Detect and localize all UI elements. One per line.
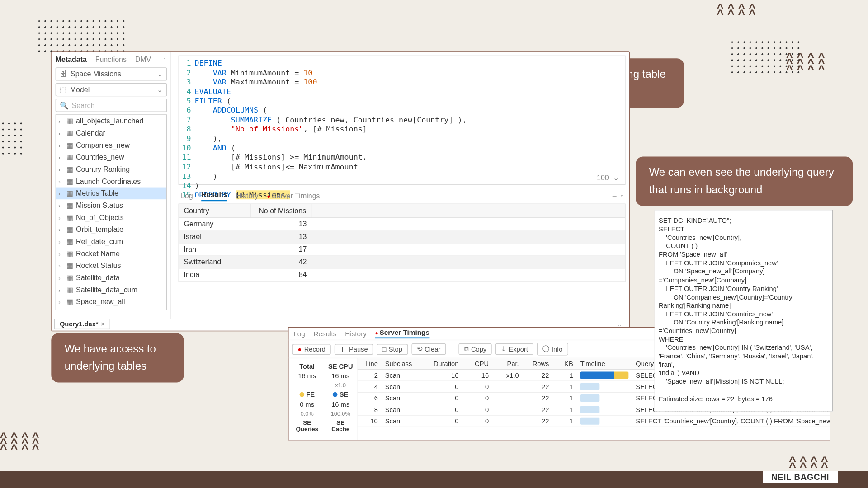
column-header[interactable]: Par.	[492, 358, 523, 369]
tree-item[interactable]: ›▦Rocket Status	[56, 260, 166, 272]
pane-options-icon[interactable]: – ▫	[156, 56, 166, 63]
tab-history[interactable]: History	[236, 192, 259, 200]
database-icon: 🗄	[60, 70, 67, 79]
pause-button[interactable]: ⏸Pause	[335, 343, 373, 354]
stop-button[interactable]: □Stop	[377, 343, 408, 354]
results-grid: Country No of Missions Germany13Israel13…	[179, 204, 626, 282]
pause-icon: ⏸	[340, 345, 347, 352]
copy-icon: ⧉	[464, 345, 469, 353]
info-icon: ⓘ	[542, 344, 549, 353]
tab-server-timings[interactable]: ●Server Timings	[267, 192, 320, 200]
search-placeholder: Search	[72, 101, 95, 110]
table-row[interactable]: India84	[179, 269, 625, 282]
row-limit-dropdown[interactable]: 100 ⌄	[597, 174, 619, 182]
tree-item[interactable]: ›▦Satellite_data	[56, 272, 166, 284]
close-icon[interactable]: ×	[101, 320, 105, 328]
export-button[interactable]: ⤓Export	[495, 343, 533, 355]
table-row[interactable]: Israel13	[179, 231, 625, 244]
tree-item[interactable]: ›▦Rocket Name	[56, 248, 166, 260]
decor-chevrons: ^^^^^^^^^^^^	[786, 54, 829, 72]
database-name: Space Missions	[71, 70, 121, 79]
tab-results[interactable]: Results	[313, 330, 336, 337]
table-row[interactable]: Switzerland42	[179, 256, 625, 269]
decor-chevrons: ^^^^^^^^	[717, 5, 759, 17]
tree-item[interactable]: ›▦Space_new_all	[56, 296, 166, 308]
export-icon: ⤓	[501, 345, 506, 353]
model-dropdown[interactable]: ⬚ Model ⌄	[56, 83, 167, 96]
database-dropdown[interactable]: 🗄 Space Missions ⌄	[56, 67, 167, 80]
model-name: Model	[70, 85, 90, 94]
chevron-down-icon: ⌄	[157, 70, 163, 79]
tree-item[interactable]: ›▦Countries_new	[56, 151, 166, 164]
tab-functions[interactable]: Functions	[95, 56, 127, 64]
column-header[interactable]: KB	[552, 358, 576, 369]
column-header[interactable]: Subclass	[382, 358, 420, 369]
info-button[interactable]: ⓘInfo	[537, 343, 568, 355]
column-header[interactable]: No of Missions	[251, 204, 311, 217]
column-header[interactable]: Rows	[523, 358, 553, 369]
tree-item[interactable]: ›▦Orbit_template	[56, 224, 166, 236]
annotation-tables: We have access to underlying tables	[51, 333, 184, 382]
record-icon: ●	[298, 345, 302, 352]
stop-icon: □	[382, 345, 387, 352]
timing-stats: TotalSE CPU 16 ms16 ms x1.0 FE SE 0 ms16…	[289, 358, 358, 440]
tree-item[interactable]: ›▦Calendar	[56, 127, 166, 139]
author-name: NEIL BAGCHI	[763, 471, 838, 483]
tab-dmv[interactable]: DMV	[135, 56, 151, 64]
tab-history[interactable]: History	[345, 330, 367, 337]
search-input[interactable]: 🔍 Search	[56, 99, 167, 112]
decor-chevrons: ^^^^^^^^	[789, 458, 831, 470]
tree-item[interactable]: ›▦Companies_new	[56, 139, 166, 151]
tree-item[interactable]: ›▦Ref_date_cum	[56, 235, 166, 248]
dax-studio-window: Metadata Functions DMV – ▫ 🗄 Space Missi…	[51, 51, 630, 331]
column-header[interactable]: Line	[357, 358, 381, 369]
tab-log[interactable]: Log	[293, 330, 305, 337]
column-header[interactable]: Duration	[420, 358, 462, 369]
tree-item[interactable]: ›▦Satellite_data_cum	[56, 284, 166, 296]
pane-options-icon[interactable]: – ▫	[613, 192, 623, 200]
tree-item[interactable]: ›▦Launch Coordinates	[56, 175, 166, 188]
column-header[interactable]: Timeline	[577, 358, 632, 369]
tab-metadata[interactable]: Metadata	[56, 56, 87, 64]
clear-button[interactable]: ⟲Clear	[411, 343, 446, 355]
tab-log[interactable]: Log	[181, 192, 193, 200]
copy-button[interactable]: ⧉Copy	[458, 343, 492, 355]
metadata-pane: Metadata Functions DMV – ▫ 🗄 Space Missi…	[52, 52, 171, 319]
tree-item[interactable]: ›▦Mission Status	[56, 199, 166, 211]
code-editor[interactable]: 1DEFINE2 VAR MinimumAmount = 103 VAR Max…	[179, 56, 626, 185]
table-row[interactable]: Germany13	[179, 218, 625, 231]
tables-tree[interactable]: ›▦all_objects_launched›▦Calendar›▦Compan…	[56, 114, 167, 310]
decor-dots	[0, 121, 24, 157]
search-icon: 🔍	[60, 101, 69, 110]
tree-item[interactable]: ›▦Metrics Table	[56, 188, 166, 200]
query-inspector: SET DC_KIND="AUTO"; SELECT 'Countries_ne…	[655, 210, 833, 412]
decor-chevrons: ^^^^^^^^^^^^	[0, 434, 42, 452]
record-button[interactable]: ●Record	[292, 343, 331, 354]
chevron-down-icon: ⌄	[157, 85, 163, 94]
tree-item[interactable]: ›▦Country Ranking	[56, 163, 166, 175]
tab-server-timings[interactable]: ●Server Timings	[375, 329, 429, 338]
tab-results[interactable]: Results	[201, 190, 227, 201]
column-header[interactable]: CPU	[462, 358, 492, 369]
results-pane: Log Results History ●Server Timings – ▫ …	[179, 188, 626, 316]
decor-dots	[36, 18, 127, 54]
file-tab[interactable]: Query1.dax*×	[54, 319, 110, 329]
clear-icon: ⟲	[417, 345, 422, 353]
timing-row[interactable]: 10Scan00221SELECT 'Countries_new'[Countr…	[357, 416, 830, 427]
annotation-underlying-query: We can even see the underlying query tha…	[636, 157, 853, 206]
column-header[interactable]: Country	[179, 204, 251, 217]
table-row[interactable]: Iran17	[179, 244, 625, 256]
tree-item[interactable]: ›▦all_objects_launched	[56, 115, 166, 127]
tree-item[interactable]: ›▦No_of_Objects	[56, 211, 166, 224]
model-icon: ⬚	[60, 85, 66, 94]
footer-bar	[0, 471, 868, 488]
